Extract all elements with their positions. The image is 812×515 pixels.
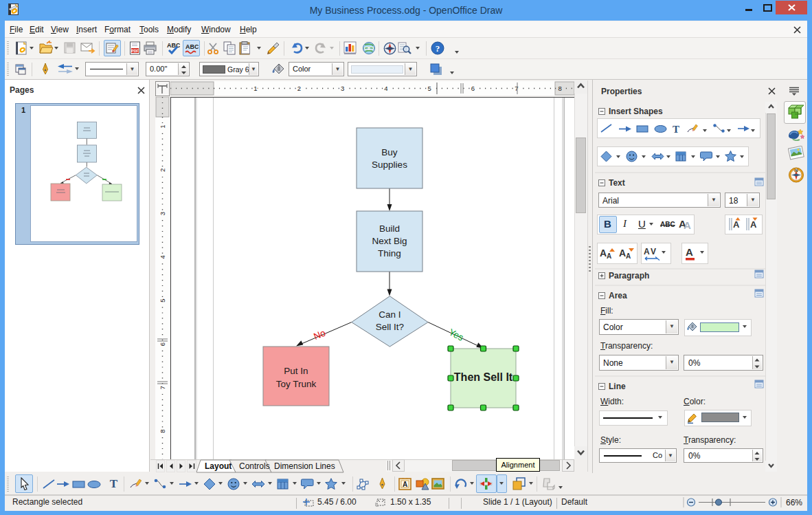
svg-text:Sell It?: Sell It?: [376, 322, 404, 332]
svg-text:A: A: [626, 252, 631, 260]
svg-text:A: A: [403, 481, 407, 488]
svg-text:Dimension Lines: Dimension Lines: [274, 461, 335, 471]
svg-text:No: No: [312, 328, 327, 342]
svg-text:Then Sell It: Then Sell It: [454, 371, 513, 383]
svg-text:A: A: [619, 248, 626, 259]
svg-text:A: A: [733, 219, 740, 230]
svg-text:7: 7: [515, 85, 518, 92]
svg-text:A: A: [644, 247, 650, 256]
svg-text:Controls: Controls: [239, 461, 270, 471]
svg-text:A: A: [684, 219, 691, 230]
svg-text:ABC: ABC: [167, 42, 180, 49]
svg-text:Build: Build: [379, 223, 400, 234]
svg-text:Can I: Can I: [379, 309, 401, 320]
svg-text:A: A: [686, 246, 693, 258]
svg-text:66%: 66%: [786, 498, 802, 507]
svg-text:T: T: [110, 478, 118, 489]
svg-text:PDF: PDF: [131, 49, 139, 53]
svg-text:A: A: [750, 219, 757, 230]
svg-text:Layout: Layout: [205, 461, 232, 471]
svg-text:8: 8: [558, 85, 561, 92]
svg-text:6: 6: [159, 342, 166, 346]
svg-text:5: 5: [428, 85, 431, 92]
svg-text:3: 3: [341, 85, 344, 92]
svg-text:T: T: [673, 124, 679, 133]
svg-text:7: 7: [159, 386, 166, 389]
svg-text:Buy: Buy: [381, 147, 398, 157]
svg-text:Yes: Yes: [447, 327, 466, 342]
svg-text:1: 1: [253, 85, 257, 92]
svg-text:ABC: ABC: [185, 43, 199, 50]
svg-text:Supplies: Supplies: [372, 160, 407, 170]
svg-text:V: V: [651, 247, 656, 256]
svg-text:Toy Trunk: Toy Trunk: [276, 379, 317, 389]
svg-text:5: 5: [159, 299, 166, 303]
svg-text:Put In: Put In: [284, 366, 308, 376]
svg-text:N: N: [795, 168, 798, 173]
svg-text:2: 2: [159, 168, 166, 172]
svg-text:4: 4: [384, 85, 387, 92]
svg-text:3: 3: [159, 212, 166, 215]
svg-text:6: 6: [471, 85, 475, 92]
svg-text:8: 8: [159, 429, 166, 432]
svg-text:?: ?: [436, 43, 440, 54]
svg-text:4: 4: [159, 255, 166, 259]
svg-text:2: 2: [297, 85, 301, 92]
svg-text:Thing: Thing: [378, 248, 401, 259]
svg-text:A: A: [600, 248, 607, 259]
svg-text:A: A: [607, 252, 611, 260]
svg-text:1: 1: [159, 124, 166, 128]
svg-text:Next Big: Next Big: [372, 236, 407, 246]
svg-text:1: 1: [21, 106, 25, 114]
